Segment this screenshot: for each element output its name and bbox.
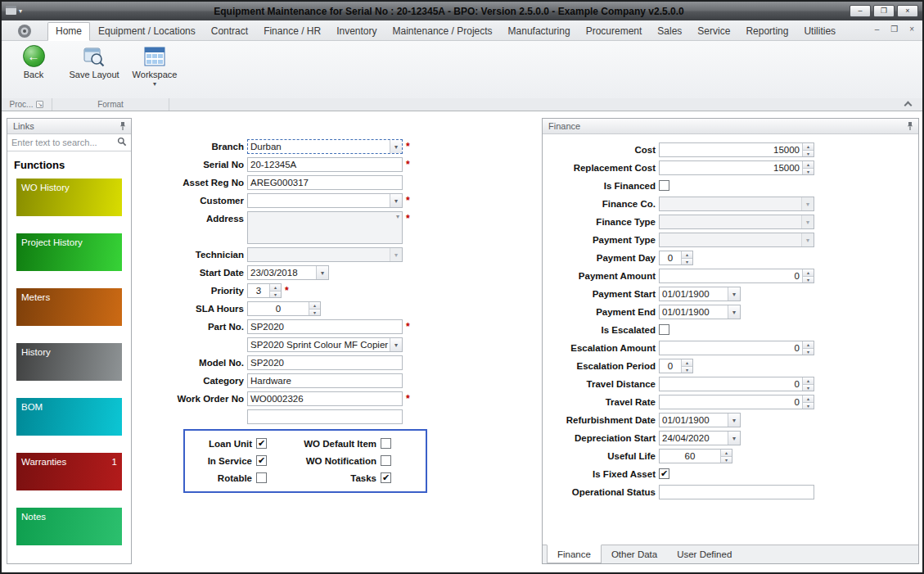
ribbon-tab-finance-hr[interactable]: Finance / HR: [256, 23, 328, 40]
spin-down-icon[interactable]: ▾: [682, 258, 692, 265]
escalation-amount-spin[interactable]: 0▴▾: [659, 341, 814, 355]
depreciation-start-date[interactable]: 24/04/2020▾: [659, 431, 741, 445]
customer-combo[interactable]: ▾: [247, 193, 403, 208]
spin-down-icon[interactable]: ▾: [309, 309, 320, 316]
loan-unit-checkbox[interactable]: ✔: [256, 438, 267, 449]
spin-up-icon[interactable]: ▴: [682, 359, 692, 366]
spin-up-icon[interactable]: ▴: [309, 302, 320, 309]
spin-up-icon[interactable]: ▴: [803, 143, 814, 150]
ribbon-tab-utilities[interactable]: Utilities: [796, 23, 843, 40]
spin-up-icon[interactable]: ▴: [803, 161, 814, 168]
ribbon-tab-reporting[interactable]: Reporting: [738, 23, 796, 40]
application-menu-button[interactable]: [7, 21, 43, 40]
is-financed-checkbox[interactable]: [659, 180, 669, 191]
spin-up-icon[interactable]: ▴: [682, 251, 692, 258]
links-tile-wo-history[interactable]: WO History: [16, 179, 122, 216]
rotable-checkbox[interactable]: [256, 472, 267, 483]
spin-down-icon[interactable]: ▾: [803, 384, 814, 391]
dropdown-icon[interactable]: ▾: [801, 197, 814, 210]
mdi-minimize-icon[interactable]: –: [875, 25, 880, 34]
model-no-text[interactable]: SP2020: [247, 355, 403, 370]
priority-spin[interactable]: 3▴▾: [247, 283, 282, 298]
restore-button[interactable]: ❐: [873, 5, 895, 17]
links-tile-meters[interactable]: Meters: [16, 288, 122, 326]
links-tile-bom[interactable]: BOM: [16, 398, 122, 436]
address-memo[interactable]: ▾: [247, 211, 403, 244]
dropdown-icon[interactable]: ▾: [728, 305, 740, 319]
asset-reg-no-text[interactable]: AREG000317: [247, 175, 403, 190]
app-icon[interactable]: [6, 6, 16, 17]
ribbon-tab-service[interactable]: Service: [690, 23, 737, 40]
wo-notification-checkbox[interactable]: [381, 455, 391, 466]
workspace-button[interactable]: Workspace ▾: [129, 45, 180, 88]
category-text[interactable]: Hardware: [247, 373, 403, 388]
cost-spin[interactable]: 15000▴▾: [659, 142, 814, 157]
dropdown-icon[interactable]: ▾: [390, 140, 402, 153]
dropdown-icon[interactable]: ▾: [396, 213, 399, 220]
sla-hours-spin[interactable]: 0▴▾: [247, 301, 321, 316]
technician-combo[interactable]: ▾: [247, 247, 403, 262]
dropdown-icon[interactable]: ▾: [390, 248, 402, 261]
mdi-close-icon[interactable]: ×: [909, 25, 914, 34]
finance-co-combo[interactable]: ▾: [659, 197, 814, 211]
finance-type-combo[interactable]: ▾: [659, 215, 814, 229]
dropdown-icon[interactable]: ▾: [728, 287, 740, 301]
spin-up-icon[interactable]: ▴: [803, 395, 814, 402]
dialog-launcher-icon[interactable]: ↘: [36, 101, 43, 108]
search-icon[interactable]: [117, 137, 127, 149]
part-no-text[interactable]: SP2020: [247, 319, 403, 334]
is-escalated-checkbox[interactable]: [659, 324, 669, 335]
collapse-ribbon-icon[interactable]: [904, 102, 913, 110]
spin-down-icon[interactable]: ▾: [803, 276, 814, 283]
ribbon-tab-sales[interactable]: Sales: [650, 23, 689, 40]
is-fixed-asset-checkbox[interactable]: ✔: [659, 468, 669, 479]
pin-icon[interactable]: [906, 121, 914, 131]
payment-type-combo[interactable]: ▾: [659, 233, 814, 247]
ribbon-tab-procurement[interactable]: Procurement: [579, 23, 650, 40]
finance-tab-user-defined[interactable]: User Defined: [667, 545, 741, 563]
links-tile-history[interactable]: History: [16, 343, 122, 381]
useful-life-spin[interactable]: 60▴▾: [659, 449, 732, 463]
work-order-no-text[interactable]: WO0002326: [247, 391, 403, 406]
escalation-period-spin[interactable]: 0▴▾: [659, 359, 693, 373]
minimize-button[interactable]: –: [850, 5, 871, 17]
close-button[interactable]: ×: [897, 5, 918, 17]
pin-icon[interactable]: [119, 121, 127, 131]
dropdown-icon[interactable]: ▾: [390, 194, 402, 207]
ribbon-tab-contract[interactable]: Contract: [204, 23, 255, 40]
spin-up-icon[interactable]: ▴: [803, 341, 814, 348]
payment-day-spin[interactable]: 0▴▾: [659, 251, 693, 265]
dropdown-icon[interactable]: ▾: [316, 266, 328, 279]
spin-up-icon[interactable]: ▴: [721, 450, 732, 456]
spin-down-icon[interactable]: ▾: [803, 150, 814, 157]
spin-down-icon[interactable]: ▾: [721, 456, 732, 463]
travel-distance-spin[interactable]: 0▴▾: [659, 377, 814, 391]
links-tile-warranties[interactable]: Warranties1: [16, 453, 122, 490]
ribbon-tab-maintenance-projects[interactable]: Maintenance / Projects: [385, 23, 500, 40]
links-tile-project-history[interactable]: Project History: [16, 233, 122, 271]
dropdown-icon[interactable]: ▾: [801, 233, 814, 246]
start-date-date[interactable]: 23/03/2018▾: [247, 265, 329, 280]
dropdown-icon[interactable]: ▾: [801, 215, 814, 228]
serial-no-text[interactable]: 20-12345A: [247, 157, 403, 172]
spin-up-icon[interactable]: ▴: [803, 377, 814, 384]
dropdown-icon[interactable]: ▾: [390, 338, 402, 351]
search-input[interactable]: [11, 138, 117, 147]
spin-up-icon[interactable]: ▴: [803, 269, 814, 276]
ribbon-tab-manufacturing[interactable]: Manufacturing: [501, 23, 578, 40]
branch-combo[interactable]: Durban▾: [247, 139, 403, 154]
operational-status-text[interactable]: [659, 485, 814, 499]
dropdown-icon[interactable]: ▾: [728, 414, 740, 427]
travel-rate-spin[interactable]: 0▴▾: [659, 395, 814, 409]
tasks-checkbox[interactable]: ✔: [381, 472, 391, 483]
finance-tab-other-data[interactable]: Other Data: [602, 545, 667, 563]
in-service-checkbox[interactable]: ✔: [256, 455, 267, 466]
spin-down-icon[interactable]: ▾: [682, 366, 692, 373]
part-description-combo[interactable]: SP2020 Sprint Colour MF Copier▾: [247, 337, 403, 352]
refurbishment-date-date[interactable]: 01/01/1900▾: [659, 413, 741, 427]
payment-amount-spin[interactable]: 0▴▾: [659, 269, 814, 283]
save-layout-button[interactable]: Save Layout: [69, 45, 119, 79]
spin-down-icon[interactable]: ▾: [803, 402, 814, 409]
ribbon-tab-home[interactable]: Home: [47, 22, 90, 41]
spin-down-icon[interactable]: ▾: [803, 348, 814, 355]
